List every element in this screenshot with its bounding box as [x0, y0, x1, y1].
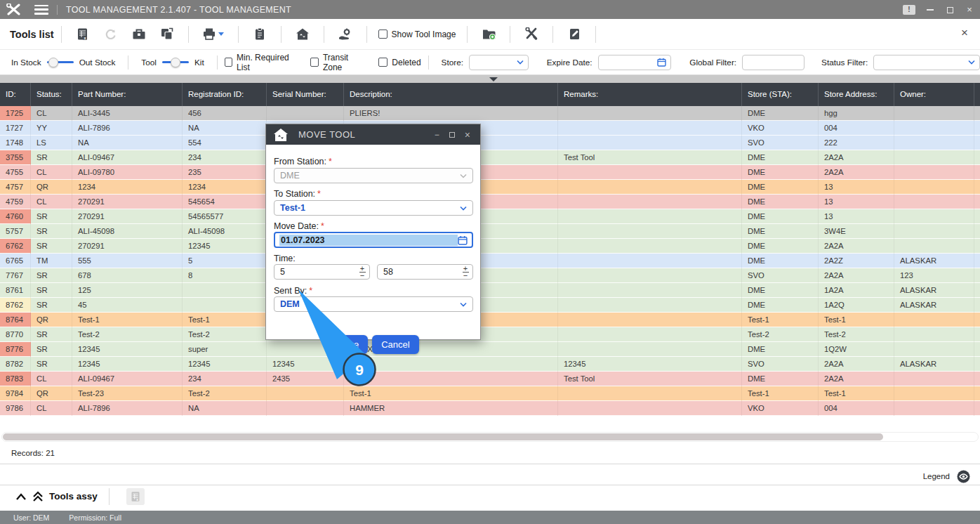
cell-store[interactable]: DME — [742, 180, 819, 195]
cell-remarks[interactable] — [558, 106, 742, 121]
restore-button[interactable] — [945, 0, 955, 19]
move-tool-home-button[interactable] — [291, 24, 314, 45]
cell-status[interactable]: SR — [31, 239, 72, 254]
cell-serial_number[interactable] — [267, 401, 344, 416]
cell-extra[interactable] — [974, 342, 980, 357]
cell-registration_id[interactable]: 234 — [183, 150, 267, 165]
cell-store[interactable]: DME — [742, 342, 819, 357]
table-row[interactable]: 9784QRTest-23Test-2Test-1Test-1Test-1 — [0, 386, 980, 401]
cell-part_number[interactable]: 45 — [72, 298, 183, 313]
cell-store_address[interactable]: 2A2Z — [819, 254, 894, 268]
checkbox-box[interactable] — [378, 30, 388, 39]
toolbox-button[interactable] — [127, 24, 151, 45]
minimize-button[interactable] — [925, 0, 935, 19]
cell-part_number[interactable]: 125 — [72, 283, 183, 298]
cell-extra[interactable] — [974, 121, 980, 136]
cell-registration_id[interactable]: Test-1 — [183, 313, 267, 327]
edit-notes-button[interactable] — [562, 24, 586, 45]
table-row[interactable]: 4755CLALI-09780235DME2A2A — [0, 165, 980, 180]
cell-part_number[interactable]: Test-2 — [72, 327, 183, 342]
cell-serial_number[interactable]: 2435 — [267, 372, 344, 386]
cell-status[interactable]: SR — [31, 342, 72, 357]
cell-store[interactable]: DME — [742, 150, 819, 165]
cell-extra[interactable] — [974, 327, 980, 342]
hour-stepper[interactable]: +− — [358, 265, 369, 279]
cell-store[interactable]: SVO — [742, 357, 819, 372]
cell-owner[interactable] — [894, 121, 974, 136]
cell-registration_id[interactable]: ALI-45098 — [183, 224, 267, 239]
cell-status[interactable]: QR — [31, 180, 72, 195]
cell-extra[interactable] — [974, 180, 980, 195]
cell-owner[interactable] — [894, 106, 974, 121]
cell-store[interactable]: DME — [742, 298, 819, 313]
cell-store_address[interactable]: 2A2A — [819, 268, 894, 283]
table-row[interactable]: 8782SR12345123451234512345SVO2A2AALASKAR — [0, 357, 980, 372]
cell-owner[interactable] — [894, 136, 974, 150]
cell-owner[interactable] — [894, 386, 974, 401]
cell-status[interactable]: CL — [31, 195, 72, 209]
cell-part_number[interactable]: ALI-7896 — [72, 121, 183, 136]
menu-icon[interactable] — [34, 5, 48, 15]
column-header[interactable] — [974, 83, 980, 106]
column-header[interactable]: Part Number: — [72, 83, 183, 106]
cell-registration_id[interactable]: NA — [183, 121, 267, 136]
cancel-button[interactable]: Cancel — [372, 335, 418, 354]
cell-registration_id[interactable]: 545654 — [183, 195, 267, 209]
cell-owner[interactable] — [894, 313, 974, 327]
cell-store_address[interactable]: 13 — [819, 195, 894, 209]
cell-registration_id[interactable]: 54565577 — [183, 209, 267, 224]
table-row[interactable]: 8776SR12345superL BOXDME1Q2W — [0, 342, 980, 357]
cell-extra[interactable] — [974, 313, 980, 327]
cell-id[interactable]: 8762 — [0, 298, 31, 313]
cell-owner[interactable] — [894, 239, 974, 254]
cell-registration_id[interactable]: 456 — [183, 106, 267, 121]
cell-extra[interactable] — [974, 195, 980, 209]
table-row[interactable]: 5757SRALI-45098ALI-45098DME3W4E — [0, 224, 980, 239]
cell-store_address[interactable]: 1A2Q — [819, 298, 894, 313]
cell-status[interactable]: SR — [31, 224, 72, 239]
cell-serial_number[interactable] — [267, 106, 344, 121]
cell-store_address[interactable]: Test-1 — [819, 386, 894, 401]
cell-extra[interactable] — [974, 150, 980, 165]
cell-remarks[interactable] — [558, 165, 742, 180]
cell-status[interactable]: SR — [31, 209, 72, 224]
cell-extra[interactable] — [974, 136, 980, 150]
cell-owner[interactable] — [894, 180, 974, 195]
cell-store[interactable]: SVO — [742, 136, 819, 150]
cell-registration_id[interactable]: 554 — [183, 136, 267, 150]
cell-store_address[interactable]: 2A2A — [819, 239, 894, 254]
cell-extra[interactable] — [974, 386, 980, 401]
status-filter-select[interactable] — [873, 55, 980, 70]
move-date-input[interactable]: 01.07.2023 — [274, 232, 473, 248]
cell-extra[interactable] — [974, 239, 980, 254]
assy-export-excel-button[interactable]: x — [126, 488, 145, 505]
table-row[interactable]: 8764QRTest-1Test-1Test-1Test-1 — [0, 313, 980, 327]
cell-id[interactable]: 4757 — [0, 180, 31, 195]
chevron-up-icon[interactable] — [15, 492, 27, 502]
cell-description[interactable]: PLIERS! — [344, 106, 558, 121]
cell-extra[interactable] — [974, 224, 980, 239]
cell-id[interactable]: 8770 — [0, 327, 31, 342]
cell-id[interactable]: 1748 — [0, 136, 31, 150]
cell-status[interactable]: YY — [31, 121, 72, 136]
cell-store[interactable]: DME — [742, 106, 819, 121]
cell-store_address[interactable]: 004 — [819, 401, 894, 416]
cell-extra[interactable] — [974, 401, 980, 416]
cell-part_number[interactable]: ALI-09780 — [72, 165, 183, 180]
cell-id[interactable]: 4760 — [0, 209, 31, 224]
cell-remarks[interactable]: Test Tool — [558, 150, 742, 165]
cell-owner[interactable] — [894, 165, 974, 180]
table-row[interactable]: 1727YYALI-7896NAVKO004 — [0, 121, 980, 136]
cell-status[interactable]: SR — [31, 283, 72, 298]
cell-remarks[interactable] — [558, 209, 742, 224]
table-row[interactable]: 6765TM5555DME2A2ZALASKAR — [0, 254, 980, 268]
cell-owner[interactable] — [894, 195, 974, 209]
cell-owner[interactable]: ALASKAR — [894, 283, 974, 298]
column-header[interactable]: Store (STA): — [742, 83, 819, 106]
cell-status[interactable]: CL — [31, 401, 72, 416]
column-header[interactable]: Registration ID: — [183, 83, 267, 106]
cell-description[interactable] — [344, 357, 558, 372]
column-header[interactable]: Description: — [344, 83, 558, 106]
cell-description[interactable]: Test-1 — [344, 386, 558, 401]
cell-registration_id[interactable]: 12345 — [183, 239, 267, 254]
